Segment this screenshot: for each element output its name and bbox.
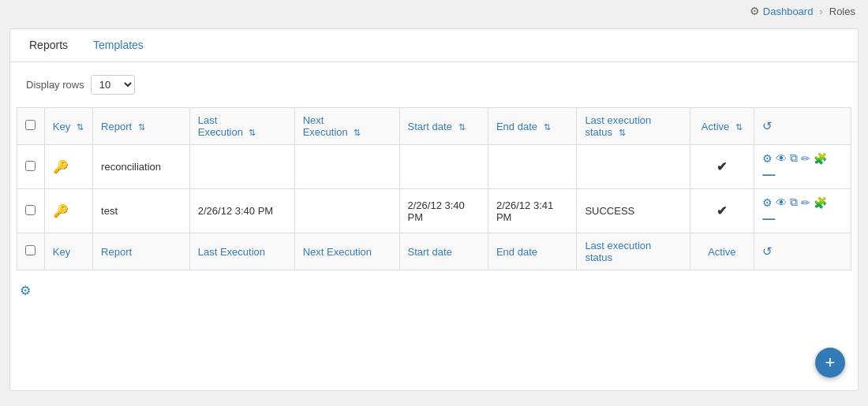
row2-active: ✔ <box>690 189 754 233</box>
tab-bar: Reports Templates <box>10 29 858 62</box>
display-rows-select[interactable]: 10 25 50 100 <box>91 75 135 95</box>
header-checkbox-col <box>17 108 45 145</box>
row2-key: 🔑 <box>44 189 92 233</box>
reports-table: Key ⇅ Report ⇅ LastExecution ⇅ NextExecu… <box>17 107 851 270</box>
tab-reports[interactable]: Reports <box>17 29 80 62</box>
last-execution-label: LastExecution <box>198 114 243 138</box>
main-container: Reports Templates Display rows 10 25 50 … <box>9 28 859 391</box>
last-exec-sort-icon: ⇅ <box>249 128 256 137</box>
row1-settings-icon[interactable]: ⚙ <box>762 152 773 165</box>
row2-copy-icon[interactable]: ⧉ <box>790 196 798 209</box>
row1-report: reconciliation <box>93 145 190 189</box>
footer-start-link[interactable]: Start date <box>408 246 452 258</box>
footer-start-date[interactable]: Start date <box>399 233 488 270</box>
toolbar: Display rows 10 25 50 100 <box>10 62 858 107</box>
row1-minus-icon[interactable]: — <box>762 168 775 182</box>
row2-start-date: 2/26/12 3:40 PM <box>399 189 488 233</box>
add-button[interactable]: + <box>815 348 845 378</box>
key-sort-icon: ⇅ <box>77 122 84 132</box>
footer-end-date[interactable]: End date <box>488 233 576 270</box>
row1-next-execution <box>294 145 399 189</box>
display-rows-label: Display rows <box>26 79 84 91</box>
header-refresh-icon[interactable]: ↺ <box>762 119 773 132</box>
active-sort-icon: ⇅ <box>735 122 743 132</box>
footer-refresh-icon[interactable]: ↺ <box>762 244 773 258</box>
header-end-date[interactable]: End date ⇅ <box>488 108 576 145</box>
row2-key-icon: 🔑 <box>53 204 69 218</box>
footer-key[interactable]: Key <box>44 233 92 270</box>
tab-templates[interactable]: Templates <box>80 29 156 62</box>
row1-key: 🔑 <box>44 145 92 189</box>
breadcrumb-dashboard[interactable]: Dashboard <box>763 6 814 17</box>
breadcrumb-roles: Roles <box>829 6 855 17</box>
table-row: 🔑 reconciliation ✔ ⚙ <box>17 145 851 189</box>
header-key[interactable]: Key ⇅ <box>44 108 92 145</box>
row1-actions: ⚙ 👁 ⧉ ✏ 🧩 — <box>754 145 851 189</box>
header-actions[interactable]: ↺ <box>754 108 851 145</box>
table-container: Key ⇅ Report ⇅ LastExecution ⇅ NextExecu… <box>10 107 858 277</box>
row2-next-execution <box>294 189 399 233</box>
row2-minus-icon[interactable]: — <box>762 212 775 226</box>
row2-actions: ⚙ 👁 ⧉ ✏ 🧩 — <box>754 189 851 233</box>
header-next-execution[interactable]: NextExecution ⇅ <box>294 108 399 145</box>
footer-status[interactable]: Last execution status <box>577 233 690 270</box>
header-start-date[interactable]: Start date ⇅ <box>399 108 488 145</box>
row2-report: test <box>93 189 190 233</box>
row2-status: SUCCESS <box>577 189 690 233</box>
footer-checkbox[interactable] <box>25 245 36 255</box>
footer-last-execution[interactable]: Last Execution <box>189 233 294 270</box>
footer-status-link[interactable]: Last execution status <box>585 240 651 263</box>
row1-copy-icon[interactable]: ⧉ <box>790 151 798 165</box>
start-sort-icon: ⇅ <box>458 122 466 132</box>
footer-checkbox-col <box>17 233 45 270</box>
row2-puzzle-icon[interactable]: 🧩 <box>814 196 827 209</box>
row2-view-icon[interactable]: 👁 <box>776 196 787 209</box>
row1-last-execution <box>189 145 294 189</box>
table-footer-row: Key Report Last Execution Next Execution… <box>17 233 851 270</box>
footer-active-link[interactable]: Active <box>708 246 735 258</box>
row2-settings-icon[interactable]: ⚙ <box>762 196 773 209</box>
header-report[interactable]: Report ⇅ <box>93 108 190 145</box>
row2-active-checkmark: ✔ <box>716 204 727 218</box>
row1-active: ✔ <box>690 145 754 189</box>
next-execution-label: NextExecution <box>303 114 348 138</box>
row1-edit-icon[interactable]: ✏ <box>801 152 810 165</box>
row2-edit-icon[interactable]: ✏ <box>801 196 810 209</box>
row1-view-icon[interactable]: 👁 <box>776 152 787 165</box>
footer-next-exec-link[interactable]: Next Execution <box>303 246 372 258</box>
row1-action-icons: ⚙ 👁 ⧉ ✏ 🧩 — <box>762 151 843 182</box>
footer-active[interactable]: Active <box>690 233 754 270</box>
footer-report[interactable]: Report <box>93 233 190 270</box>
table-gear-icon[interactable]: ⚙ <box>20 284 31 297</box>
row2-checkbox[interactable] <box>25 205 36 215</box>
next-exec-sort-icon: ⇅ <box>354 128 361 137</box>
dashboard-icon: ⚙ <box>750 5 760 17</box>
row1-end-date <box>488 145 576 189</box>
row2-action-icons: ⚙ 👁 ⧉ ✏ 🧩 — <box>762 196 843 226</box>
header-active[interactable]: Active ⇅ <box>690 108 754 145</box>
table-row: 🔑 test 2/26/12 3:40 PM 2/26/12 3:40 PM 2… <box>17 189 851 233</box>
breadcrumb-separator: › <box>819 6 822 17</box>
footer-last-exec-link[interactable]: Last Execution <box>198 246 265 258</box>
gear-row: ⚙ <box>10 277 858 304</box>
select-all-checkbox[interactable] <box>25 120 36 130</box>
row1-status <box>577 145 690 189</box>
row2-last-execution: 2/26/12 3:40 PM <box>189 189 294 233</box>
header-last-execution-status[interactable]: Last executionstatus ⇅ <box>577 108 690 145</box>
row1-checkbox-cell <box>17 145 45 189</box>
status-sort-icon: ⇅ <box>619 128 626 137</box>
row1-key-icon: 🔑 <box>53 160 69 173</box>
end-sort-icon: ⇅ <box>544 122 551 132</box>
table-header-row: Key ⇅ Report ⇅ LastExecution ⇅ NextExecu… <box>17 108 851 145</box>
footer-actions[interactable]: ↺ <box>754 233 851 270</box>
footer-report-link[interactable]: Report <box>101 246 132 258</box>
footer-end-link[interactable]: End date <box>496 246 537 258</box>
row1-puzzle-icon[interactable]: 🧩 <box>814 152 827 165</box>
header-last-execution[interactable]: LastExecution ⇅ <box>189 108 294 145</box>
footer-next-execution[interactable]: Next Execution <box>294 233 399 270</box>
row2-checkbox-cell <box>17 189 45 233</box>
footer-key-link[interactable]: Key <box>53 246 70 258</box>
row1-checkbox[interactable] <box>25 161 36 171</box>
row1-active-checkmark: ✔ <box>716 160 727 173</box>
breadcrumb: ⚙ Dashboard › Roles <box>0 0 868 22</box>
